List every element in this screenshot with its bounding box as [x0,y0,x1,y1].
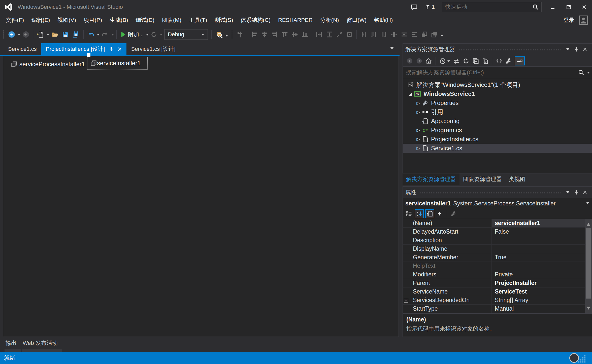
menu-build[interactable]: 生成(B) [106,14,132,26]
new-file-dropdown[interactable] [47,34,49,37]
property-value[interactable]: Manual [491,305,585,313]
expander-collapsed-icon[interactable]: ▷ [415,137,421,142]
pin-panel-icon[interactable] [572,188,581,197]
property-row-servicename[interactable]: ServiceName ServiceTest [403,287,592,296]
tree-item-service1cs-selected[interactable]: ▷ Service1.cs [403,144,592,153]
quick-launch-input[interactable] [442,4,532,10]
menu-debug[interactable]: 调试(D) [132,14,158,26]
send-to-back-icon[interactable] [431,31,438,38]
menu-test[interactable]: 测试(S) [211,14,237,26]
properties-view-button[interactable] [425,209,434,218]
search-icon[interactable] [532,4,539,10]
navigate-forward-button[interactable] [21,29,31,40]
property-value[interactable] [491,262,585,270]
tree-item-properties[interactable]: ▷ Properties [403,98,592,107]
window-position-chevron-icon[interactable] [564,45,572,54]
property-row-servicesdependedon[interactable]: + ServicesDependedOn String[] Array [403,296,592,305]
menu-project[interactable]: 项目(P) [80,14,106,26]
property-value[interactable]: True [491,253,585,262]
component-serviceprocessinstaller1[interactable]: serviceProcessInstaller1 [11,59,85,70]
save-all-button[interactable] [70,29,81,40]
tree-item-project[interactable]: ◢ C# WindowsService1 [403,89,592,98]
property-value[interactable]: Private [491,270,585,279]
pin-tab-icon[interactable] [109,46,114,52]
find-in-files-button[interactable] [214,29,224,40]
notifications-flag-icon[interactable]: 1 [425,4,435,10]
component-serviceinstaller1-selected[interactable]: serviceInstaller1 [87,57,148,70]
menu-tools[interactable]: 工具(T) [185,14,211,26]
refresh-button[interactable] [149,29,159,40]
property-row-delayedautostart[interactable]: DelayedAutoStart False [403,228,592,236]
property-row-description[interactable]: Description [403,236,592,245]
layout-toolbar-overflow-button[interactable] [441,35,443,38]
property-row-name[interactable]: (Name) serviceInstaller1 [403,219,592,228]
decrease-horizontal-spacing-icon[interactable] [380,31,388,38]
property-row-modifiers[interactable]: Modifiers Private [403,270,592,279]
align-bottoms-icon[interactable] [301,31,309,38]
expander-collapsed-icon[interactable]: ▷ [415,100,421,106]
property-value[interactable] [491,236,585,244]
tab-team-explorer[interactable]: 团队资源管理器 [459,173,505,185]
expander-expanded-icon[interactable]: ◢ [407,91,413,97]
back-button[interactable] [406,57,413,64]
toolbar-drag-grip[interactable] [3,30,5,39]
align-tops-icon[interactable] [281,31,288,38]
tab-projectinstaller-design[interactable]: ProjectInstaller.cs [设计] [41,43,127,55]
window-resize-grip[interactable] [584,361,585,362]
solution-search-input[interactable] [403,69,578,76]
tab-service1-cs[interactable]: Service1.cs [4,43,41,55]
feedback-icon[interactable] [411,4,418,11]
property-row-displayname[interactable]: DisplayName [403,245,592,253]
refresh-dropdown[interactable] [160,34,162,37]
object-selector-combo[interactable]: serviceInstaller1 System.ServiceProcess.… [403,198,592,209]
menu-architecture[interactable]: 体系结构(C) [237,14,274,26]
tab-solution-explorer[interactable]: 解决方案资源管理器 [403,173,459,185]
remove-horizontal-spacing-icon[interactable] [390,31,398,38]
quick-launch-box[interactable] [442,2,542,12]
redo-dropdown[interactable] [111,34,114,37]
scroll-up-icon[interactable] [586,221,590,226]
home-button[interactable] [425,57,432,64]
property-value[interactable]: String[] Array [491,296,585,304]
align-middles-icon[interactable] [291,31,299,38]
align-lefts-icon[interactable] [251,31,258,38]
size-to-grid-icon[interactable] [346,31,353,38]
alphabetical-button[interactable]: AZ [415,209,424,218]
align-centers-icon[interactable] [261,31,268,38]
property-row-helptext[interactable]: HelpText [403,262,592,270]
make-same-height-icon[interactable] [325,31,333,38]
snap-to-gridlines-icon[interactable] [236,31,244,38]
close-tab-icon[interactable] [117,47,122,51]
decrease-vertical-spacing-icon[interactable] [410,31,418,38]
property-row-parent[interactable]: Parent ProjectInstaller [403,279,592,287]
expand-property-icon[interactable]: + [404,298,408,303]
solution-explorer-header[interactable]: 解决方案资源管理器 [403,44,592,55]
tree-item-solution[interactable]: 解决方案"WindowsService1"(1 个项目) [403,80,592,89]
selection-handle[interactable] [87,53,90,57]
menu-analyze[interactable]: 分析(N) [316,14,343,26]
property-row-starttype[interactable]: StartType Manual [403,305,592,313]
pin-panel-icon[interactable] [572,45,581,54]
tab-output[interactable]: 输出 [6,339,17,347]
search-options-chevron[interactable] [587,72,590,75]
make-same-width-icon[interactable] [315,31,323,38]
sign-in-link[interactable]: 登录 [563,16,574,24]
close-panel-icon[interactable] [581,45,589,54]
close-panel-icon[interactable] [581,188,589,197]
search-icon[interactable] [578,69,584,76]
property-value[interactable]: False [491,228,585,236]
window-position-chevron-icon[interactable] [564,188,572,197]
redo-button[interactable] [100,29,110,40]
forward-button[interactable] [416,57,423,64]
view-code-button[interactable] [496,57,503,64]
designer-surface[interactable]: serviceProcessInstaller1 serviceInstalle… [3,56,399,337]
layout-toolbar-drag-grip[interactable] [231,30,233,39]
switch-views-button[interactable] [453,57,460,64]
tree-item-programcs[interactable]: ▷ C# Program.cs [403,126,592,135]
show-all-files-button[interactable] [515,56,525,65]
expander-collapsed-icon[interactable]: ▷ [415,128,421,133]
increase-horizontal-spacing-icon[interactable] [370,31,378,38]
events-button[interactable] [436,210,444,218]
pending-changes-filter-button[interactable] [439,57,450,64]
resharper-status-icon[interactable] [569,353,579,363]
